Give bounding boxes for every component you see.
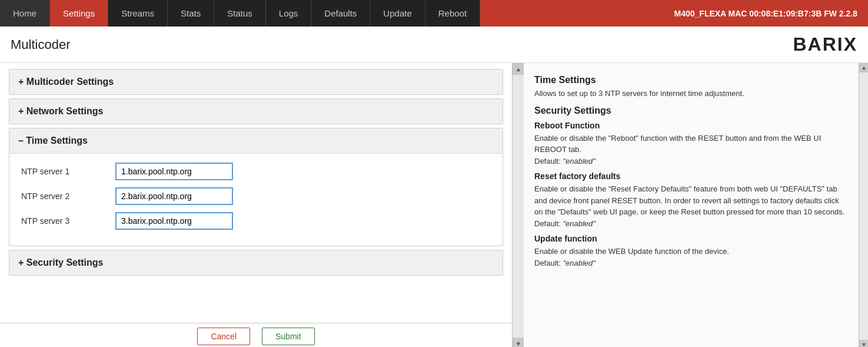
multicoder-settings-section: + Multicoder Settings — [9, 69, 503, 95]
help-reboot-subtitle: Reboot Function — [534, 121, 848, 130]
help-reset-text: Enable or disable the "Reset Factory Def… — [534, 183, 848, 229]
multicoder-toggle-icon: + — [18, 77, 26, 87]
main-layout: + Multicoder Settings + Network Settings… — [0, 63, 868, 347]
security-toggle-icon: + — [18, 257, 26, 268]
help-security-title: Security Settings — [534, 105, 848, 116]
time-settings-body: NTP server 1 NTP server 2 NTP server 3 — [9, 153, 503, 246]
network-settings-label: Network Settings — [26, 106, 104, 117]
nav-spacer — [480, 0, 663, 27]
submit-button[interactable]: Submit — [262, 328, 315, 345]
nav-settings[interactable]: Settings — [50, 0, 108, 27]
ntp-server-3-input[interactable] — [115, 212, 233, 230]
help-time-desc: Allows to set up to 3 NTP servers for in… — [534, 88, 848, 100]
security-settings-header[interactable]: + Security Settings — [9, 250, 503, 275]
page-header: Multicoder BARIX — [0, 27, 868, 63]
time-settings-header[interactable]: – Time Settings — [9, 128, 503, 153]
ntp-server-2-row: NTP server 2 — [21, 187, 491, 205]
right-wrapper: ▲ ▼ Time Settings Allows to set up to 3 … — [512, 63, 868, 347]
nav-status[interactable]: Status — [214, 0, 266, 27]
settings-scroll-area[interactable]: + Multicoder Settings + Network Settings… — [0, 63, 512, 347]
help-update-text: Enable or disable the WEB Update functio… — [534, 246, 848, 269]
help-time-title: Time Settings — [534, 75, 848, 85]
right-scrollbar-track — [859, 72, 868, 340]
form-action-bar: Cancel Submit — [0, 323, 512, 347]
scrollbar-track — [513, 75, 524, 338]
nav-logs[interactable]: Logs — [266, 0, 312, 27]
nav-reboot[interactable]: Reboot — [425, 0, 480, 27]
ntp-server-2-input[interactable] — [115, 187, 233, 205]
ntp-server-3-label: NTP server 3 — [21, 216, 115, 226]
device-info: M400_FLEXA MAC 00:08:E1:09:B7:3B FW 2.2.… — [664, 0, 868, 27]
nav-streams[interactable]: Streams — [108, 0, 168, 27]
right-scroll-down-button[interactable]: ▼ — [859, 340, 868, 347]
multicoder-settings-label: Multicoder Settings — [26, 77, 114, 87]
help-panel: Time Settings Allows to set up to 3 NTP … — [524, 63, 859, 347]
multicoder-settings-header[interactable]: + Multicoder Settings — [9, 70, 503, 94]
left-scrollbar: ▲ ▼ — [512, 63, 524, 347]
security-settings-label: Security Settings — [26, 257, 104, 268]
security-settings-section: + Security Settings — [9, 250, 503, 276]
help-security-settings: Security Settings Reboot Function Enable… — [534, 105, 848, 269]
right-scroll-up-button[interactable]: ▲ — [859, 63, 868, 72]
nav-defaults[interactable]: Defaults — [311, 0, 370, 27]
time-toggle-icon: – — [18, 136, 26, 146]
nav-home[interactable]: Home — [0, 0, 50, 27]
brand-logo: BARIX — [793, 34, 857, 55]
ntp-server-1-row: NTP server 1 — [21, 163, 491, 180]
time-settings-section: – Time Settings NTP server 1 NTP server … — [9, 128, 503, 246]
cancel-button[interactable]: Cancel — [197, 328, 250, 345]
scroll-down-button[interactable]: ▼ — [513, 338, 524, 347]
help-reset-subtitle: Reset factory defaults — [534, 171, 848, 181]
top-navigation: Home Settings Streams Stats Status Logs … — [0, 0, 868, 27]
nav-update[interactable]: Update — [370, 0, 425, 27]
nav-stats[interactable]: Stats — [168, 0, 214, 27]
network-toggle-icon: + — [18, 106, 26, 117]
right-scrollbar: ▲ ▼ — [859, 63, 868, 347]
left-panel: + Multicoder Settings + Network Settings… — [0, 63, 512, 347]
page-title: Multicoder — [11, 37, 70, 52]
scroll-up-button[interactable]: ▲ — [513, 63, 524, 75]
network-settings-header[interactable]: + Network Settings — [9, 99, 503, 124]
time-settings-label: Time Settings — [26, 136, 88, 146]
ntp-server-2-label: NTP server 2 — [21, 191, 115, 201]
ntp-server-3-row: NTP server 3 — [21, 212, 491, 230]
ntp-server-1-label: NTP server 1 — [21, 167, 115, 176]
help-update-subtitle: Update function — [534, 234, 848, 243]
help-time-settings: Time Settings Allows to set up to 3 NTP … — [534, 75, 848, 100]
help-reboot-text: Enable or disable the "Reboot" function … — [534, 133, 848, 167]
network-settings-section: + Network Settings — [9, 98, 503, 124]
ntp-server-1-input[interactable] — [115, 163, 233, 180]
